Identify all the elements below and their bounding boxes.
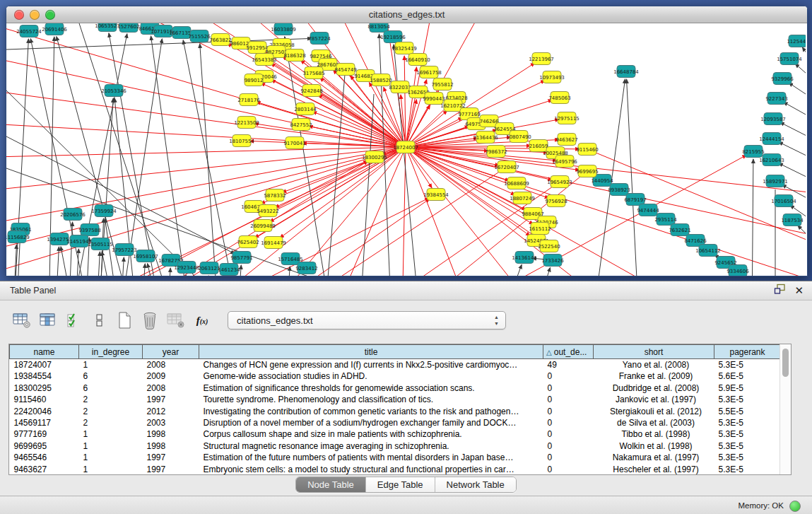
tab-node-table[interactable]: Node Table [296,477,365,492]
graph-node-label: 9777169 [458,112,480,117]
citation-network-graph[interactable]: 2405572420691406160338097857224881305419… [6,23,806,276]
graph-node-label: 7632621 [669,228,690,233]
table-header-row: namein_degreeyeartitle△out_de...shortpag… [10,345,780,359]
select-rows-button[interactable] [65,310,82,330]
delete-table-button[interactable] [141,310,158,330]
cell-year: 1998 [143,440,199,452]
cell-name: 18724007 [10,359,79,371]
float-panel-icon[interactable] [774,284,786,298]
graph-node-label: 2063121 [198,266,220,271]
table-row[interactable]: 2242004622012Investigating the contribut… [10,406,780,417]
citation-edge-red[interactable] [275,167,507,276]
table-selector-combobox[interactable]: citations_edges.txt▲▼ [228,311,506,329]
column-header-name[interactable]: name [10,345,79,359]
table-row[interactable]: 946554611997Estimation of the future num… [10,452,780,463]
cell-indeg: 2 [79,394,143,405]
close-window-icon[interactable] [14,10,24,20]
zoom-window-icon[interactable] [45,10,55,20]
cell-short: Jankovic et al. (1997) [594,394,714,405]
graph-node-label: 16495796 [552,159,577,165]
citation-edge-black[interactable] [55,247,59,276]
column-header-pagerank[interactable]: pagerank [714,345,780,359]
graph-node-label: 2718176 [237,98,260,103]
graph-node-label: 1527602 [117,24,139,30]
citation-edge-black[interactable] [789,83,806,98]
citation-edge-black[interactable] [141,264,145,276]
column-header-year[interactable]: year [143,345,199,359]
function-builder-button[interactable]: f(x) [194,310,211,330]
table-panel: Table Panel ✕ f(x)citations_edges.txt▲▼ … [0,281,812,514]
column-edit-button[interactable] [40,310,57,330]
graph-node-label: 16914479 [261,240,286,246]
citation-edge-black[interactable] [802,47,806,61]
graph-node-label: 12444154 [759,136,784,142]
function-builder-icon: f(x) [196,315,208,327]
close-panel-icon[interactable]: ✕ [794,284,804,297]
table-row[interactable]: 977716911998Corpus callosum shape and si… [10,428,780,440]
citation-edge-black[interactable] [109,33,162,276]
table-scrollbar[interactable] [779,344,791,474]
table-row[interactable]: 1872400712008Changes of HCN gene express… [10,359,780,371]
table-row[interactable]: 946362711997Embryonic stem cells: a mode… [10,464,780,474]
graph-node-label: 9474444 [637,208,659,214]
table-row[interactable]: 969969511998Structural magnetic resonanc… [10,440,780,452]
citation-edge-black[interactable] [501,264,522,276]
memory-ok-indicator-icon[interactable] [789,501,801,512]
table-row[interactable]: 1938455462009Genome-wide association stu… [10,370,780,382]
citation-edge-black[interactable] [102,252,116,276]
cell-short: Tibbo et al. (1998) [594,428,714,440]
graph-node-label: 8186328 [283,53,305,59]
cell-indeg: 1 [79,428,143,440]
citation-edge-black[interactable] [627,79,639,276]
citation-edge-black[interactable] [795,64,806,78]
citation-edge-red[interactable] [406,147,806,243]
tab-network-table[interactable]: Network Table [435,477,516,492]
citation-edge-black[interactable] [533,267,551,276]
merge-rows-button[interactable] [90,310,107,330]
graph-node-label: 2935114 [654,217,677,223]
delete-table-icon [141,311,158,329]
cell-year: 1997 [143,394,199,405]
column-header-out_de[interactable]: △out_de... [543,345,594,359]
cell-short: Wolkin et al. (1998) [594,440,714,452]
table-row[interactable]: 911546021997Tourette syndrome. Phenomeno… [10,394,780,405]
cell-pagerank: 5.3E-5 [714,452,780,463]
column-header-in_degree[interactable]: in_degree [79,345,143,359]
tab-edge-table[interactable]: Edge Table [365,477,435,492]
graph-node-label: 1588520 [370,78,392,83]
cell-indeg: 1 [79,452,143,463]
citation-edge-black[interactable] [167,268,170,276]
graph-node-label: 15716485 [278,257,303,262]
network-canvas[interactable]: 2405572420691406160338097857224881305419… [6,23,806,276]
cell-pagerank: 5.3E-5 [714,359,780,371]
citation-edge-black[interactable] [183,40,240,276]
table-row[interactable]: 1830029562008Estimation of significance … [10,382,780,394]
node-table: namein_degreeyeartitle△out_de...shortpag… [9,344,779,474]
cell-indeg: 1 [79,359,143,371]
scrollbar-thumb[interactable] [782,349,789,377]
cell-name: 9699695 [10,440,79,452]
cell-year: 1997 [143,452,199,463]
graph-node-label: 8813054 [367,24,390,30]
minimize-window-icon[interactable] [30,10,40,20]
citation-edge-black[interactable] [119,39,162,276]
network-window-titlebar[interactable]: citations_edges.txt [6,6,807,23]
graph-node-label: 16543382 [252,57,277,63]
node-table-container: namein_degreeyeartitle△out_de...shortpag… [8,344,792,475]
graph-node-label: 216059 [529,144,548,149]
import-table-button[interactable] [167,310,185,330]
column-header-short[interactable]: short [594,345,714,359]
citation-edge-black[interactable] [96,252,100,276]
column-header-title[interactable]: title [199,345,543,359]
graph-node-label: 9397588 [78,228,100,233]
citation-edge-black[interactable] [784,102,806,118]
cell-short: Hescheler et al. (1997) [594,464,714,474]
citation-edge-red[interactable] [280,147,406,238]
graph-node-label: 7986372 [485,149,507,155]
cell-indeg: 2 [79,417,143,428]
graph-node-label: 1733426 [541,258,564,264]
citation-edge-black[interactable] [779,142,806,158]
new-file-button[interactable] [116,310,133,330]
table-row[interactable]: 1456911722003Disruption of a novel membe… [10,417,780,428]
table-settings-button[interactable] [13,310,31,330]
